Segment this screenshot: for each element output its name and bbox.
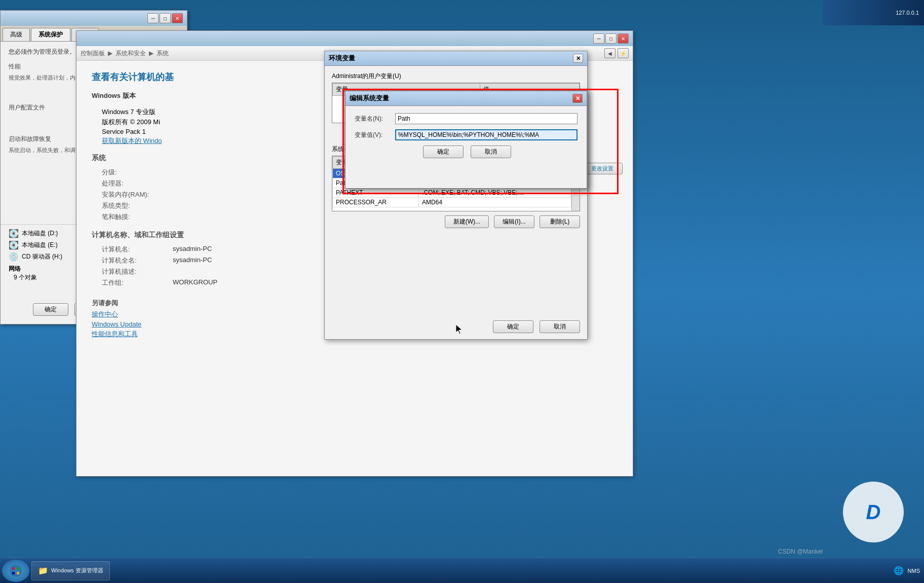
drive-e-label: 本地磁盘 (E:) [22,241,58,249]
svg-rect-4 [17,572,19,574]
toolbar-right: ◀ ⚡ [604,48,629,58]
edit-ok-btn[interactable]: 确定 [423,145,464,158]
taskbar-tray: 🌐 NMS [894,558,924,584]
ram-label: 安装内存(RAM): [102,190,173,199]
main-maximize-btn[interactable]: □ [605,33,617,44]
csdn-watermark: CSDN @Mankel [778,548,823,555]
computer-name-val: sysadmin-PC [173,245,212,254]
full-name-val: sysadmin-PC [173,256,212,265]
main-minimize-btn[interactable]: ─ [593,33,604,44]
tab-system-protection[interactable]: 系统保护 [31,28,70,41]
var-name-input[interactable] [395,113,578,124]
svg-rect-1 [12,567,15,570]
edit-cancel-btn[interactable]: 取消 [471,145,511,158]
main-window-controls: ─ □ ✕ [593,33,629,44]
start-button[interactable] [2,560,29,582]
drive-h-icon: 💿 [9,252,19,262]
sys-var-pathext-val: .COM;.EXE;.BAT;.CMD;.VBS;.VBE;.... [419,188,571,198]
env-dialog-titlebar: 环境变量 ✕ [325,51,587,66]
env-dialog-title: 环境变量 [329,54,355,63]
workgroup-val: WORKGROUP [173,278,217,287]
rating-label: 分级: [102,168,173,177]
breadcrumb-item-2[interactable]: 系统和安全 [115,49,146,58]
var-name-row: 变量名(N): [355,113,578,124]
computer-name-label: 计算机名: [102,245,173,254]
taskbar-explorer-item[interactable]: 📁 Windows 资源管理器 [31,561,110,580]
sys-var-processor-val: AMD64 [419,198,571,207]
drive-h-label: CD 驱动器 (H:) [22,252,62,261]
change-settings-btn[interactable]: 更改设置 [582,163,623,174]
var-name-label: 变量名(N): [355,115,395,123]
taskbar: 📁 Windows 资源管理器 🌐 NMS [0,558,924,583]
env-ok-btn[interactable]: 确定 [493,320,533,333]
main-window-titlebar: ─ □ ✕ [76,31,633,46]
tab-advanced[interactable]: 高级 [3,28,30,41]
tray-network-icon: 🌐 [894,566,904,575]
dell-logo: D [843,482,904,542]
close-btn-sysprops[interactable]: ✕ [172,13,183,23]
drive-d-label: 本地磁盘 (D:) [22,229,58,238]
drive-e-icon: 💽 [9,240,19,250]
breadcrumb-item-1[interactable]: 控制面板 [81,49,105,58]
sys-new-btn[interactable]: 新建(W)... [445,215,489,228]
env-dialog-close-btn[interactable]: ✕ [573,54,583,63]
edit-dialog-content: 变量名(N): 变量值(V): 确定 取消 [345,106,587,165]
svg-point-0 [10,565,22,577]
taskbar-explorer-icon: 📁 [38,566,48,575]
pen-label: 笔和触摸: [102,212,173,222]
nav-back-btn[interactable]: ◀ [604,48,615,58]
breadcrumb-arrow-2: ▶ [149,50,153,57]
network-label: 网络 [9,265,21,272]
env-cancel-btn[interactable]: 取消 [540,320,580,333]
tray-time: NMS [908,568,920,574]
svg-rect-3 [12,572,15,574]
top-right-bar: 127.0.0.1 [823,0,924,25]
sys-var-row-pathext[interactable]: PATHEXT .COM;.EXE;.BAT;.CMD;.VBS;.VBE;..… [333,188,571,198]
user-vars-label: Administrat的用户变量(U) [332,72,580,81]
var-value-row: 变量值(V): [355,129,578,140]
sys-var-pathext-name: PATHEXT [333,188,419,198]
drive-d-icon: 💽 [9,229,19,238]
sys-var-row-processor[interactable]: PROCESSOR_AR AMD64 [333,198,571,207]
sys-edit-btn[interactable]: 编辑(I)... [494,215,534,228]
windows-version-label: Windows 版本 [92,92,136,99]
breadcrumb-item-3[interactable]: 系统 [157,49,169,58]
desc-label: 计算机描述: [102,267,173,276]
workgroup-label: 工作组: [102,278,173,287]
taskbar-explorer-label: Windows 资源管理器 [51,567,103,574]
sys-vars-btns: 新建(W)... 编辑(I)... 删除(L) [332,215,580,228]
edit-dialog-close-btn[interactable]: ✕ [572,94,583,103]
sys-delete-btn[interactable]: 删除(L) [540,215,580,228]
address-bar-text: 127.0.0.1 [896,10,919,16]
main-close-btn[interactable]: ✕ [618,33,629,44]
full-name-label: 计算机全名: [102,256,173,265]
system-props-titlebar: ─ □ ✕ [1,11,187,26]
var-value-input[interactable] [395,129,578,140]
var-value-label: 变量值(V): [355,131,395,139]
type-label: 系统类型: [102,201,173,210]
sys-var-processor-name: PROCESSOR_AR [333,198,419,207]
objects-count: 9 个对象 [14,274,37,281]
edit-dialog-btns: 确定 取消 [355,145,578,158]
svg-rect-2 [17,567,19,570]
minimize-btn[interactable]: ─ [147,13,159,23]
maximize-btn[interactable]: □ [160,13,171,23]
env-dialog-bottom-btns: 确定 取消 [491,320,580,333]
edit-dialog-title: 编辑系统变量 [350,94,389,103]
edit-system-var-dialog: 编辑系统变量 ✕ 变量名(N): 变量值(V): 确定 取消 [344,90,588,189]
toolbar-more-btn[interactable]: ⚡ [618,48,629,58]
processor-label: 处理器: [102,179,173,188]
breadcrumb-arrow-1: ▶ [108,50,112,57]
ok-btn-sysprops[interactable]: 确定 [33,303,68,316]
edit-dialog-titlebar: 编辑系统变量 ✕ [345,91,587,106]
system-props-controls: ─ □ ✕ [147,13,183,23]
